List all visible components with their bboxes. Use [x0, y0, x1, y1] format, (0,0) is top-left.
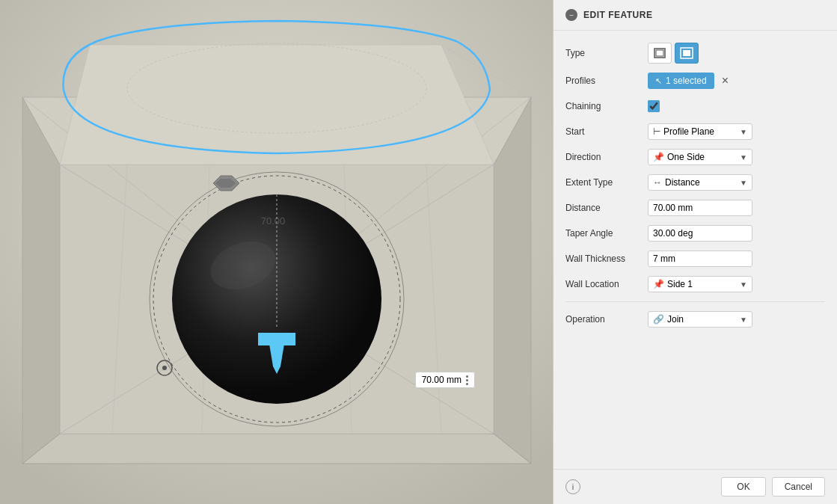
wall-location-dropdown-arrow: ▼ [740, 280, 747, 289]
operation-row: Operation 🔗 Join ▼ [554, 307, 837, 332]
panel-footer: i OK Cancel [554, 469, 837, 504]
direction-row: Direction 📌 One Side ▼ [554, 144, 837, 170]
measurement-label: 70.00 mm [415, 372, 475, 388]
wall-location-label: Wall Location [565, 279, 648, 289]
direction-icon: 📌 [653, 152, 664, 162]
taper-angle-label: Taper Angle [565, 228, 648, 239]
operation-dropdown[interactable]: 🔗 Join ▼ [648, 311, 752, 328]
info-icon[interactable]: i [565, 479, 580, 494]
extent-type-label: Extent Type [565, 177, 648, 188]
direction-dropdown[interactable]: 📌 One Side ▼ [648, 149, 752, 165]
taper-angle-input[interactable] [648, 225, 752, 242]
extent-type-value: Distance [665, 177, 700, 188]
start-control: ⊢ Profile Plane ▼ [648, 123, 825, 140]
panel-body: Type [554, 31, 837, 469]
cursor-icon: ↖ [655, 76, 662, 86]
profiles-clear-btn[interactable]: × [719, 74, 732, 87]
distance-row: Distance [554, 195, 837, 221]
wall-thickness-input[interactable] [648, 251, 752, 267]
operation-icon: 🔗 [653, 314, 664, 325]
chaining-label: Chaining [565, 101, 648, 111]
start-icon: ⊢ [653, 126, 660, 137]
separator-1 [565, 301, 825, 302]
direction-value: One Side [667, 152, 705, 162]
operation-value: Join [667, 314, 684, 325]
operation-label: Operation [565, 314, 648, 325]
type-row: Type [554, 38, 837, 68]
svg-point-27 [162, 366, 167, 370]
type-control [648, 43, 825, 64]
extent-type-dropdown[interactable]: ↔ Distance ▼ [648, 174, 752, 191]
operation-control: 🔗 Join ▼ [648, 311, 825, 328]
type-btn-shell[interactable] [675, 43, 699, 64]
wall-thickness-label: Wall Thickness [565, 253, 648, 264]
extent-type-control: ↔ Distance ▼ [648, 174, 825, 191]
wall-thickness-control [648, 251, 825, 267]
wall-thickness-row: Wall Thickness [554, 246, 837, 271]
profiles-row: Profiles ↖ 1 selected × [554, 68, 837, 93]
type-btn-thin-wall[interactable] [648, 43, 672, 64]
extent-type-dropdown-arrow: ▼ [740, 179, 747, 187]
cancel-button[interactable]: Cancel [772, 477, 825, 497]
profiles-btn-label: 1 selected [666, 76, 707, 86]
panel-header: – EDIT FEATURE [554, 0, 837, 31]
wall-location-row: Wall Location 📌 Side 1 ▼ [554, 271, 837, 297]
taper-angle-control [648, 225, 825, 242]
viewport[interactable]: 70.00 70.00 mm [0, 0, 554, 504]
start-value: Profile Plane [663, 126, 714, 137]
panel-title: EDIT FEATURE [583, 10, 652, 20]
svg-marker-25 [258, 333, 295, 345]
chaining-checkbox[interactable] [648, 100, 660, 112]
type-label: Type [565, 48, 648, 58]
profiles-label: Profiles [565, 76, 648, 86]
measurement-value: 70.00 mm [422, 375, 462, 385]
wall-location-control: 📌 Side 1 ▼ [648, 276, 825, 292]
start-row: Start ⊢ Profile Plane ▼ [554, 119, 837, 144]
measurement-menu[interactable] [466, 375, 468, 385]
footer-buttons: OK Cancel [721, 477, 825, 497]
svg-text:70.00: 70.00 [261, 215, 286, 227]
direction-dropdown-arrow: ▼ [740, 153, 747, 162]
wall-location-value: Side 1 [667, 279, 693, 289]
extent-type-row: Extent Type ↔ Distance ▼ [554, 170, 837, 195]
extent-type-icon: ↔ [653, 177, 662, 188]
start-label: Start [565, 126, 648, 137]
edit-feature-panel: – EDIT FEATURE Type [553, 0, 837, 504]
distance-label: Distance [565, 203, 648, 213]
chaining-row: Chaining [554, 93, 837, 119]
svg-rect-31 [683, 50, 690, 56]
direction-control: 📌 One Side ▼ [648, 149, 825, 165]
distance-input[interactable] [648, 200, 752, 216]
wall-location-dropdown[interactable]: 📌 Side 1 ▼ [648, 276, 752, 292]
direction-label: Direction [565, 152, 648, 162]
chaining-control [648, 100, 825, 112]
distance-control [648, 200, 825, 216]
operation-dropdown-arrow: ▼ [740, 316, 747, 324]
taper-angle-row: Taper Angle [554, 221, 837, 246]
svg-rect-29 [656, 50, 663, 56]
start-dropdown[interactable]: ⊢ Profile Plane ▼ [648, 123, 752, 140]
profiles-control: ↖ 1 selected × [648, 73, 825, 89]
wall-location-icon: 📌 [653, 279, 664, 289]
ok-button[interactable]: OK [721, 477, 765, 497]
start-dropdown-arrow: ▼ [740, 128, 747, 136]
panel-collapse-icon[interactable]: – [565, 9, 577, 21]
profiles-btn[interactable]: ↖ 1 selected [648, 73, 714, 89]
type-btn-group [648, 43, 699, 64]
